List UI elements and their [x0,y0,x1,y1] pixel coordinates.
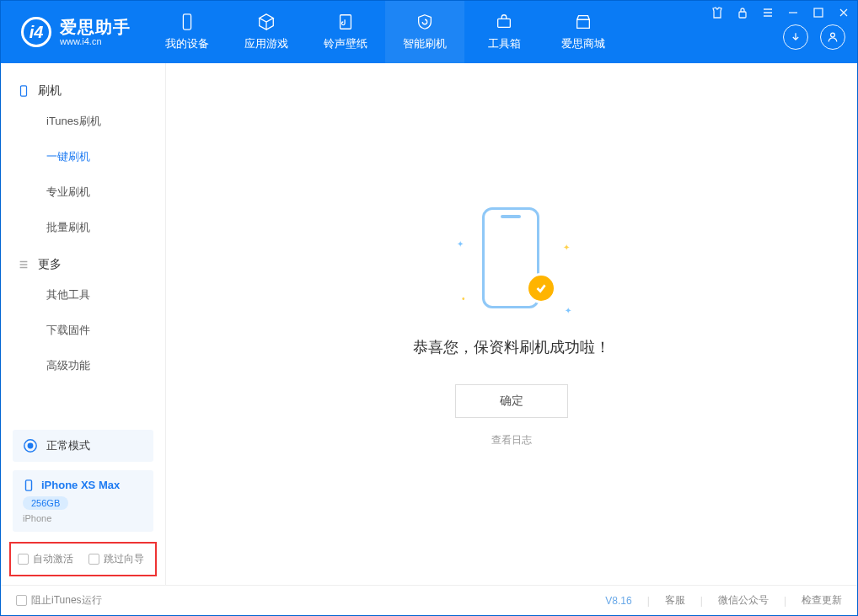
checkbox-label: 跳过向导 [104,552,144,566]
separator: | [784,595,786,607]
success-illustration: ✦ ✦ • ✦ [448,201,575,319]
logo: i4 爱思助手 www.i4.cn [1,1,147,63]
svg-rect-9 [26,479,32,490]
logo-icon: i4 [21,17,51,47]
tab-device[interactable]: 我的设备 [147,1,227,63]
svg-point-5 [831,33,835,37]
tab-label: 工具箱 [488,36,521,51]
svg-point-8 [28,443,32,447]
sidebar-item-itunes[interactable]: iTunes刷机 [1,104,165,139]
titlebar-round-buttons [783,24,845,50]
sidebar-item-pro[interactable]: 专业刷机 [1,174,165,210]
checkbox-auto-activate[interactable]: 自动激活 [18,552,73,566]
phone-icon [178,13,196,31]
device-type: iPhone [23,513,143,523]
svg-rect-0 [183,14,190,29]
lock-icon[interactable] [736,6,749,19]
list-icon [18,259,29,271]
version-label: V8.16 [605,595,631,607]
wechat-link[interactable]: 微信公众号 [718,593,769,608]
statusbar: 阻止iTunes运行 V8.16 | 客服 | 微信公众号 | 检查更新 [1,585,857,615]
success-message: 恭喜您，保资料刷机成功啦！ [413,337,610,357]
device-card[interactable]: iPhone XS Max 256GB iPhone [13,470,153,532]
svg-rect-2 [498,19,511,27]
titlebar: i4 爱思助手 www.i4.cn 我的设备 应用游戏 铃声壁纸 智能刷机 [1,1,857,63]
phone-small-icon [18,85,29,97]
sidebar-footer: 正常模式 iPhone XS Max 256GB iPhone 自动激活 [1,425,165,585]
maximize-icon[interactable] [812,6,825,19]
checkbox-block-itunes[interactable]: 阻止iTunes运行 [16,593,102,608]
checkbox-label: 自动激活 [33,552,73,566]
group-label: 刷机 [38,83,62,99]
cube-icon [257,13,276,31]
mode-label: 正常模式 [46,438,90,453]
support-link[interactable]: 客服 [665,593,685,608]
tab-label: 我的设备 [165,36,209,51]
svg-rect-4 [814,8,823,17]
shirt-icon[interactable] [711,6,724,19]
tab-label: 智能刷机 [403,36,447,51]
sparkle-icon: ✦ [563,243,570,252]
separator: | [647,595,650,607]
sparkle-icon: ✦ [565,306,571,315]
mode-icon [23,438,38,453]
ok-button[interactable]: 确定 [455,384,568,418]
sidebar-group-more: 更多 [1,245,165,277]
separator: | [700,595,703,607]
tab-ringtone[interactable]: 铃声壁纸 [306,1,385,63]
toolbox-icon [495,13,513,31]
tab-store[interactable]: 爱思商城 [544,1,623,63]
view-log-link[interactable]: 查看日志 [491,433,532,447]
sidebar-group-flash: 刷机 [1,72,165,104]
storage-badge: 256GB [23,496,68,510]
checkbox-icon [16,595,27,606]
checkbox-icon [88,554,99,565]
body: 刷机 iTunes刷机 一键刷机 专业刷机 批量刷机 更多 其他工具 下载固件 … [1,63,857,585]
checkbox-label: 阻止iTunes运行 [31,593,102,608]
tab-label: 爱思商城 [561,36,605,51]
sidebar-item-oneclick[interactable]: 一键刷机 [1,139,165,174]
window-controls [711,6,850,19]
tab-label: 铃声壁纸 [324,36,367,51]
close-icon[interactable] [837,6,850,19]
sparkle-icon: • [462,294,465,303]
success-panel: ✦ ✦ • ✦ 恭喜您，保资料刷机成功啦！ 确定 查看日志 [413,201,610,447]
main-content: ✦ ✦ • ✦ 恭喜您，保资料刷机成功啦！ 确定 查看日志 [166,63,857,585]
svg-rect-3 [739,12,746,18]
app-url: www.i4.cn [60,36,131,46]
checkbox-skip-guide[interactable]: 跳过向导 [88,552,144,566]
app-name: 爱思助手 [60,18,131,36]
sidebar-item-firmware[interactable]: 下载固件 [1,313,165,348]
store-icon [574,13,593,31]
download-button[interactable] [783,24,808,50]
tab-apps[interactable]: 应用游戏 [227,1,306,63]
main-tabs: 我的设备 应用游戏 铃声壁纸 智能刷机 工具箱 爱思商城 [147,1,623,63]
tab-flash[interactable]: 智能刷机 [385,1,464,63]
highlighted-options: 自动激活 跳过向导 [9,542,157,576]
tab-toolbox[interactable]: 工具箱 [464,1,544,63]
refresh-shield-icon [416,13,434,31]
mode-card[interactable]: 正常模式 [13,430,153,462]
sparkle-icon: ✦ [457,239,464,249]
check-badge-icon [526,273,556,303]
sidebar-item-other[interactable]: 其他工具 [1,277,165,313]
sidebar: 刷机 iTunes刷机 一键刷机 专业刷机 批量刷机 更多 其他工具 下载固件 … [1,63,166,585]
user-button[interactable] [820,24,845,50]
app-window: i4 爱思助手 www.i4.cn 我的设备 应用游戏 铃声壁纸 智能刷机 [0,0,858,616]
device-name: iPhone XS Max [41,479,120,491]
sidebar-item-batch[interactable]: 批量刷机 [1,210,165,245]
menu-icon[interactable] [761,6,775,19]
checkbox-icon [18,554,29,565]
group-label: 更多 [38,257,62,272]
device-icon [23,479,35,491]
sidebar-item-advanced[interactable]: 高级功能 [1,348,165,383]
update-link[interactable]: 检查更新 [802,593,842,608]
minimize-icon[interactable] [786,6,800,19]
music-icon [336,13,355,31]
tab-label: 应用游戏 [244,36,288,51]
svg-rect-6 [21,86,27,96]
